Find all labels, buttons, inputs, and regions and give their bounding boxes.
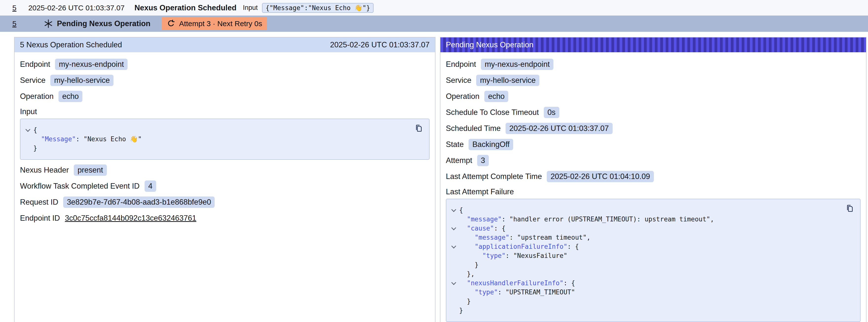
json-key: "type"	[483, 252, 505, 259]
field-attempt: Attempt3	[446, 155, 863, 166]
json-key: "message"	[475, 234, 509, 241]
field-service: Servicemy-hello-service	[20, 75, 432, 86]
field-label: Nexus Header	[20, 166, 69, 174]
json-code-line: "cause": {	[448, 224, 843, 233]
json-value: ,	[587, 234, 591, 241]
field-value-badge: my-nexus-endpoint	[55, 59, 128, 70]
event-detail-panel-pending: Pending Nexus Operation Endpointmy-nexus…	[440, 37, 867, 322]
field-service: Servicemy-hello-service	[446, 75, 863, 86]
json-code-text: "nexusHandlerFailureInfo": {	[459, 279, 575, 288]
code-gutter	[448, 306, 459, 315]
field-state: StateBackingOff	[446, 139, 863, 150]
json-code-text: "applicationFailureInfo": {	[459, 242, 579, 251]
field-value-badge: 2025-02-26 UTC 01:03:37.07	[505, 123, 612, 134]
field-last-attempt-failure: Last Attempt Failure	[446, 187, 863, 197]
field-label: Operation	[446, 92, 479, 101]
attempt-retry-text: Attempt 3 · Next Retry 0s	[179, 20, 262, 28]
field-value-badge: 0s	[544, 107, 559, 118]
event-id-link[interactable]: 5	[12, 20, 17, 28]
field-operation: Operationecho	[446, 91, 863, 102]
code-gutter	[23, 126, 33, 135]
copy-icon[interactable]	[845, 204, 855, 213]
json-value: {	[459, 206, 463, 214]
json-value: }	[33, 144, 37, 152]
json-value: "NexusFailure"	[513, 252, 567, 259]
field-workflow-task-completed-event-id: Workflow Task Completed Event ID4	[20, 181, 432, 192]
field-label: Scheduled Time	[446, 124, 501, 133]
json-code-line: "message": "handler error (UPSTREAM_TIME…	[448, 215, 843, 224]
panel-title: 5 Nexus Operation Scheduled	[20, 40, 122, 49]
field-label: Request ID	[20, 198, 58, 206]
code-gutter	[448, 297, 459, 306]
copy-icon[interactable]	[414, 124, 424, 133]
json-code-block-failure_json: { "message": "handler error (UPSTREAM_TI…	[446, 199, 861, 322]
code-gutter	[448, 205, 459, 215]
field-label: Last Attempt Complete Time	[446, 172, 542, 181]
field-value-badge: my-nexus-endpoint	[481, 59, 553, 70]
event-input-label: Input	[243, 4, 257, 11]
json-value: "UPSTREAM_TIMEOUT"	[505, 288, 575, 296]
json-code-line: }	[448, 306, 843, 315]
json-value: : {	[567, 243, 579, 250]
json-value: }	[467, 298, 471, 305]
json-code-text: }	[33, 144, 37, 153]
json-value: :	[498, 288, 505, 296]
json-value: :	[502, 216, 509, 223]
chevron-down-icon[interactable]	[25, 127, 30, 132]
json-value: : {	[494, 225, 505, 232]
json-code-line: "type": "NexusFailure"	[448, 251, 843, 260]
field-label: State	[446, 140, 464, 149]
field-value-badge: my-hello-service	[476, 75, 539, 86]
field-schedule-to-close-timeout: Schedule To Close Timeout0s	[446, 107, 863, 118]
field-value-badge: BackingOff	[469, 139, 513, 150]
json-code-line: }	[448, 297, 843, 306]
json-key: "cause"	[467, 225, 494, 232]
field-value-badge: 3	[477, 155, 489, 166]
json-value: :	[505, 252, 513, 259]
event-history-detail-view: 5 2025-02-26 UTC 01:03:37.07 Nexus Opera…	[0, 0, 868, 322]
json-value: }	[475, 261, 479, 268]
field-value-badge: 4	[145, 181, 156, 192]
chevron-down-icon[interactable]	[451, 244, 456, 249]
field-value-link[interactable]: 3c0c75ccfa8144b092c13ce632463761	[65, 214, 196, 223]
json-value: ,	[710, 216, 714, 223]
panel-timestamp: 2025-02-26 UTC 01:03:37.07	[330, 40, 430, 49]
code-gutter	[448, 269, 459, 279]
retry-icon	[167, 20, 175, 28]
event-row-pending-selected[interactable]: 5 Pending Nexus Operation Attempt 3 · Ne…	[0, 15, 868, 32]
chevron-down-icon[interactable]	[451, 207, 456, 212]
field-value-badge: echo	[484, 91, 508, 102]
field-value-badge: 2025-02-26 UTC 01:04:10.09	[547, 171, 654, 182]
json-code-text: },	[459, 269, 475, 279]
field-request-id: Request ID3e829b7e-7d67-4b08-aad3-b1e868…	[20, 196, 432, 208]
code-gutter	[23, 135, 33, 144]
event-id-link[interactable]: 5	[12, 4, 17, 12]
field-last-attempt-complete-time: Last Attempt Complete Time2025-02-26 UTC…	[446, 171, 863, 182]
code-gutter	[448, 279, 459, 288]
json-value: "handler error (UPSTREAM_TIMEOUT): upstr…	[509, 216, 710, 223]
code-gutter	[448, 242, 459, 251]
panel-header-scheduled: 5 Nexus Operation Scheduled 2025-02-26 U…	[14, 37, 435, 52]
field-label: Service	[446, 76, 471, 85]
field-value-badge: echo	[59, 91, 83, 102]
field-label: Endpoint	[20, 60, 50, 69]
field-value-badge: 3e829b7e-7d67-4b08-aad3-b1e868bfe9e0	[63, 196, 215, 208]
json-code-line: "message": "upstream timeout",	[448, 233, 843, 242]
json-key: "type"	[475, 288, 498, 296]
code-gutter	[448, 233, 459, 242]
field-value-badge: my-hello-service	[50, 75, 114, 86]
json-code-text: {	[459, 205, 463, 215]
event-row-scheduled[interactable]: 5 2025-02-26 UTC 01:03:37.07 Nexus Opera…	[0, 0, 868, 15]
event-time: 2025-02-26 UTC 01:03:37.07	[28, 4, 125, 12]
json-code-line: "nexusHandlerFailureInfo": {	[448, 279, 843, 288]
json-value: : {	[563, 279, 575, 287]
field-label: Operation	[20, 92, 54, 101]
panel-body: Endpointmy-nexus-endpointServicemy-hello…	[440, 52, 866, 322]
json-code-line: },	[448, 269, 843, 279]
chevron-down-icon[interactable]	[451, 280, 456, 285]
field-nexus-header: Nexus Headerpresent	[20, 164, 432, 176]
chevron-down-icon[interactable]	[451, 225, 456, 230]
json-code-line: "applicationFailureInfo": {	[448, 242, 843, 251]
code-gutter	[23, 144, 33, 153]
code-gutter	[448, 251, 459, 260]
